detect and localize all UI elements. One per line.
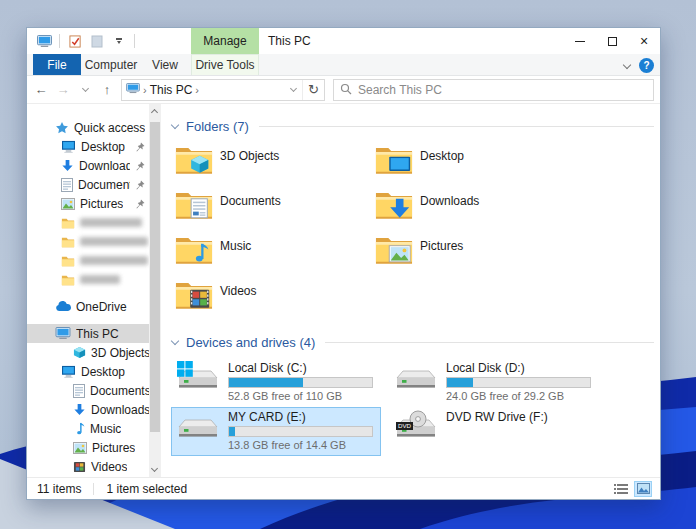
drive-icon [394,361,438,398]
sidebar-item-desktop[interactable]: Desktop [27,137,149,156]
group-divider [259,126,654,127]
sidebar-item-pictures[interactable]: Pictures [27,194,149,213]
tab-file[interactable]: File [33,54,81,75]
sidebar-item-onedrive[interactable]: OneDrive [27,297,149,316]
sidebar-item-redacted[interactable] [27,270,149,289]
up-button[interactable]: ↑ [97,80,117,100]
selection-count: 1 item selected [106,482,187,496]
drive-tile-local-disk-d-[interactable]: Local Disk (D:)24.0 GB free of 29.2 GB [389,358,599,407]
navigation-bar: ← → ↑ › This PC › ↻ [27,76,660,104]
drive-tile-local-disk-c-[interactable]: Local Disk (C:)52.8 GB free of 110 GB [171,358,381,407]
folder-tile-downloads[interactable]: Downloads [375,187,575,232]
sidebar-item-redacted[interactable] [27,213,149,232]
sidebar-item-label: Documents [78,178,130,192]
redacted-label [80,275,120,284]
drive-tile-dvd-rw-drive-f-[interactable]: DVDDVD RW Drive (F:) [389,407,599,456]
status-separator [93,483,94,495]
pictures-icon [61,198,75,210]
sidebar-item-local-disk-c-[interactable]: Local Disk (C:) [27,476,149,477]
drive-tile-my-card-e-[interactable]: MY CARD (E:)13.8 GB free of 14.4 GB [171,407,381,456]
tab-drive-tools[interactable]: Drive Tools [191,54,259,75]
new-item-icon[interactable] [88,32,106,50]
sidebar-item-pictures[interactable]: Pictures [27,438,149,457]
sidebar-item-documents[interactable]: Documents [27,175,149,194]
drive-usage-bar [228,426,373,437]
drive-usage-fill [447,378,473,387]
sidebar-item-desktop[interactable]: Desktop [27,362,149,381]
folder-tile-pictures[interactable]: Pictures [375,232,575,277]
window-title: This PC [268,28,311,54]
forward-button[interactable]: → [53,80,73,100]
search-input[interactable] [358,83,647,97]
drive-name: DVD RW Drive (F:) [446,410,548,424]
folder-icon [175,279,213,314]
toolbar-separator [134,34,135,48]
sidebar-item-quick-access[interactable]: Quick access [27,118,149,137]
recent-locations-chevron-icon[interactable] [75,80,95,100]
minimize-button[interactable] [564,28,596,54]
star-icon [55,121,69,135]
back-button[interactable]: ← [31,80,51,100]
folder-icon [61,274,75,286]
scrollbar-thumb[interactable] [150,122,160,432]
properties-check-icon[interactable] [66,32,84,50]
sidebar-item-documents[interactable]: Documents [27,381,149,400]
scroll-down-icon[interactable] [149,463,161,477]
folder-icon [175,234,213,269]
sidebar-item-label: This PC [76,327,119,341]
drive-free-space: 52.8 GB free of 110 GB [228,390,373,402]
maximize-icon [608,37,617,46]
maximize-button[interactable] [596,28,628,54]
this-pc-icon [126,83,140,97]
address-dropdown-chevron-icon[interactable] [284,80,302,100]
sidebar-item-3d-objects[interactable]: 3D Objects [27,343,149,362]
help-icon[interactable]: ? [639,58,654,73]
expand-ribbon-chevron-icon[interactable] [623,61,631,69]
minimize-icon [575,41,585,42]
breadcrumb-this-pc[interactable]: This PC [150,83,193,97]
computer-icon[interactable] [35,32,53,50]
large-icons-view-icon[interactable] [634,481,652,497]
tab-view[interactable]: View [141,54,189,75]
desktop-icon [61,140,76,153]
folder-tile-3d-objects[interactable]: 3D Objects [175,142,375,187]
folder-tile-documents[interactable]: Documents [175,187,375,232]
collapse-chevron-icon[interactable] [171,338,180,347]
folder-tile-music[interactable]: Music [175,232,375,277]
search-icon [340,81,352,99]
status-bar: 11 items 1 item selected [27,477,660,499]
folder-name: Desktop [420,149,464,163]
desktop-icon [61,365,76,378]
customize-toolbar-chevron-icon[interactable] [110,32,128,50]
collapse-chevron-icon[interactable] [171,122,180,131]
folder-icon [61,217,75,229]
sidebar-item-redacted[interactable] [27,251,149,270]
scroll-up-icon[interactable] [149,104,161,118]
sidebar-item-label: Downloads [91,403,149,417]
sidebar-item-redacted[interactable] [27,232,149,251]
sidebar-item-label: Desktop [81,140,125,154]
drive-icon [176,410,220,447]
group-label: Devices and drives (4) [186,335,315,350]
sidebar-item-downloads[interactable]: Downloads [27,400,149,419]
toolbar-separator [59,34,60,48]
sidebar-scrollbar[interactable] [149,104,161,477]
sidebar-item-label: Videos [91,460,127,474]
group-header-devices[interactable]: Devices and drives (4) [171,332,654,352]
close-button[interactable]: × [628,28,660,54]
folder-name: Music [220,239,251,253]
address-bar[interactable]: › This PC › ↻ [121,79,325,101]
drive-usage-bar [446,377,591,388]
sidebar-item-downloads[interactable]: Downloads [27,156,149,175]
sidebar-item-videos[interactable]: Videos [27,457,149,476]
details-view-icon[interactable] [612,481,630,497]
sidebar-item-music[interactable]: Music [27,419,149,438]
folder-tile-desktop[interactable]: Desktop [375,142,575,187]
search-box[interactable] [333,79,654,101]
group-header-folders[interactable]: Folders (7) [171,116,654,136]
drive-dvd-icon: DVD [394,410,438,447]
refresh-icon[interactable]: ↻ [302,80,324,100]
sidebar-item-this-pc[interactable]: This PC [27,324,149,343]
tab-computer[interactable]: Computer [81,54,141,75]
folder-tile-videos[interactable]: Videos [175,277,375,322]
